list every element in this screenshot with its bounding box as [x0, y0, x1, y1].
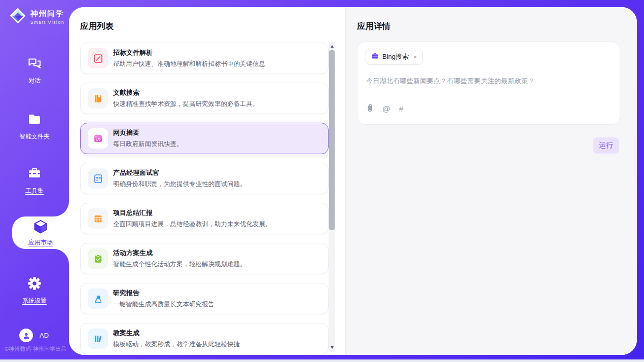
app-card-pm-interviewer[interactable]: 产品经理面试官 明确身份和职责，为您提供专业性的面试问题。	[80, 163, 329, 194]
app-name: 产品经理面试官	[113, 168, 246, 177]
sidebar-item-chat[interactable]: 对话	[0, 56, 69, 85]
document-edit-icon	[88, 48, 108, 68]
app-description: 每日政府新闻资讯快查。	[113, 140, 183, 149]
app-description: 明确身份和职责，为您提供专业性的面试问题。	[113, 180, 246, 189]
app-card-project-summary[interactable]: 项目总结汇报 全面回顾项目进展，总结经验教训，助力未来优化发展。	[80, 203, 329, 234]
prompt-text-input[interactable]: 今日湖北有哪些新闻要点？有哪些需要关注的最新政策？	[366, 77, 612, 86]
scrollbar-up-icon[interactable]	[329, 43, 335, 50]
app-name: 文献搜索	[113, 88, 259, 97]
scrollbar-down-icon[interactable]	[329, 344, 335, 351]
mention-icon[interactable]: @	[382, 104, 390, 114]
app-name: 网页摘要	[113, 128, 183, 137]
plugin-chip-bing-search[interactable]: Bing搜索 ×	[366, 49, 423, 65]
app-card-tender-analysis[interactable]: 招标文件解析 帮助用户快速、准确地理解和解析招标书中的关键信息	[80, 43, 329, 74]
app-list-scrollbar[interactable]	[329, 42, 335, 352]
app-list: 招标文件解析 帮助用户快速、准确地理解和解析招标书中的关键信息 文献搜索 快速精…	[80, 43, 329, 355]
prompt-toolbar: @ #	[366, 103, 403, 114]
sidebar-item-label: 对话	[28, 77, 41, 85]
app-card-lesson-plan[interactable]: 教案生成 模板驱动，教案秒成，教学准备从此轻松快捷	[80, 323, 329, 354]
folder-icon	[27, 112, 42, 129]
sidebar-item-label: 工具集	[25, 187, 44, 195]
cube-icon	[33, 219, 48, 236]
sidebar-active-curve-bottom	[54, 249, 69, 264]
person-icon	[22, 332, 30, 340]
app-name: 活动方案生成	[113, 248, 246, 258]
app-description: 一键智能生成高质量长文本研究报告	[113, 300, 214, 309]
hashtag-icon[interactable]: #	[399, 104, 404, 114]
scrollbar-thumb[interactable]	[329, 50, 335, 230]
app-name: 教案生成	[113, 329, 240, 338]
app-detail-panel: 应用详情 Bing搜索 × 今日湖北有哪些新闻要点？有哪些需要关注的最新政策？	[345, 7, 637, 355]
app-list-panel: 应用列表 招标文件解析 帮助用户快速、准确地理解和解析招标书中的关键信息	[69, 7, 345, 355]
app-card-activity-plan[interactable]: 活动方案生成 智能生成个性化活动方案，轻松解决规划难题。	[80, 243, 329, 274]
run-button[interactable]: 运行	[593, 137, 619, 154]
sidebar-item-smart-folders[interactable]: 智能文件夹	[0, 112, 69, 141]
app-list-title: 应用列表	[80, 21, 114, 32]
copyright-footer: ©神州数码·神州问学出品	[0, 345, 71, 353]
brand-logo: 神州问学 Smart Vision	[9, 7, 64, 27]
clipboard-check-icon	[88, 248, 108, 269]
microscope-icon	[88, 288, 108, 309]
sidebar-active-curve-top	[54, 201, 69, 216]
app-description: 全面回顾项目进展，总结经验教训，助力未来优化发展。	[113, 220, 272, 229]
close-icon[interactable]: ×	[413, 53, 417, 61]
app-description: 快速精准查找学术资源，提高研究效率的必备工具。	[113, 100, 259, 108]
plugin-chip-label: Bing搜索	[382, 52, 409, 61]
webpage-code-icon	[88, 128, 108, 149]
brand-name: 神州问学	[30, 9, 64, 19]
sidebar-item-settings[interactable]: 系统设置	[0, 276, 69, 305]
calendar-grid-icon	[88, 208, 108, 229]
main-content: 应用列表 招标文件解析 帮助用户快速、准确地理解和解析招标书中的关键信息	[69, 7, 637, 355]
sidebar-item-label: 应用市场	[28, 238, 53, 247]
sidebar-item-label: 智能文件夹	[19, 132, 50, 141]
books-icon	[88, 329, 108, 349]
toolbox-icon	[27, 166, 42, 183]
prompt-card[interactable]: Bing搜索 × 今日湖北有哪些新闻要点？有哪些需要关注的最新政策？ @ #	[357, 42, 620, 125]
briefcase-icon	[371, 52, 379, 62]
paperclip-icon[interactable]	[366, 103, 374, 114]
chat-icon	[27, 56, 42, 73]
sidebar-item-app-market[interactable]: 应用市场	[12, 216, 69, 249]
sidebar: 神州问学 Smart Vision 对话 智能文件夹	[0, 0, 69, 359]
app-card-webpage-summary[interactable]: 网页摘要 每日政府新闻资讯快查。	[80, 123, 329, 154]
brand-tagline: Smart Vision	[30, 20, 64, 25]
user-name: AD	[40, 332, 49, 339]
app-description: 模板驱动，教案秒成，教学准备从此轻松快捷	[113, 340, 240, 349]
avatar	[19, 329, 33, 342]
app-name: 研究报告	[113, 288, 214, 298]
app-description: 智能生成个性化活动方案，轻松解决规划难题。	[113, 260, 246, 269]
user-account[interactable]: AD	[19, 329, 49, 342]
book-icon	[88, 88, 108, 108]
app-card-literature-search[interactable]: 文献搜索 快速精准查找学术资源，提高研究效率的必备工具。	[80, 83, 329, 114]
sidebar-item-label: 系统设置	[22, 297, 47, 305]
app-name: 项目总结汇报	[113, 208, 272, 218]
app-detail-title: 应用详情	[357, 21, 390, 32]
app-name: 招标文件解析	[113, 48, 265, 57]
app-card-research-report[interactable]: 研究报告 一键智能生成高质量长文本研究报告	[80, 283, 329, 314]
app-description: 帮助用户快速、准确地理解和解析招标书中的关键信息	[113, 60, 265, 68]
interviewer-icon	[88, 168, 108, 189]
diamond-logo-icon	[9, 7, 27, 27]
gear-icon	[27, 276, 42, 293]
sidebar-item-toolbox[interactable]: 工具集	[0, 166, 69, 195]
